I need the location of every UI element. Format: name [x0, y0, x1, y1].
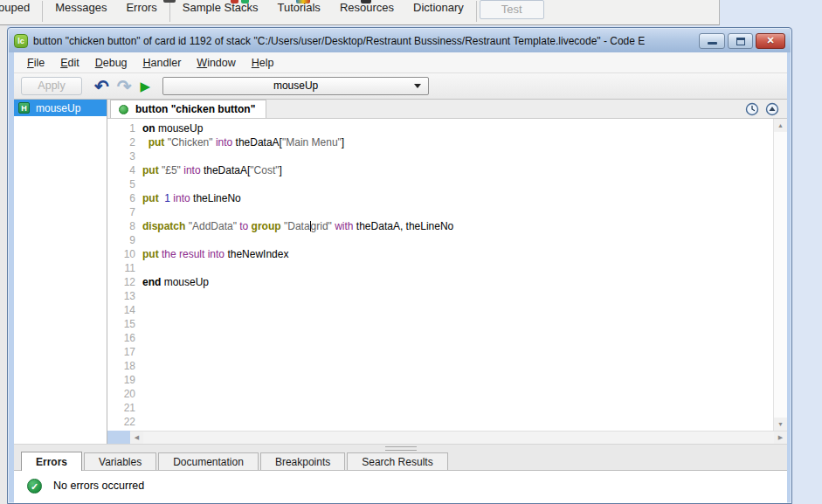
handler-icon: H [18, 102, 30, 114]
code-line[interactable]: 5 [107, 177, 773, 191]
collapse-up-icon[interactable] [765, 102, 779, 116]
tab-documentation[interactable]: Documentation [158, 452, 259, 470]
undo-icon[interactable]: ↶ [94, 78, 109, 95]
scroll-up-icon[interactable]: ▲ [774, 119, 787, 132]
menu-window[interactable]: Window [189, 55, 243, 71]
menu-handler[interactable]: Handler [135, 55, 190, 71]
redo-icon[interactable]: ↷ [117, 78, 132, 95]
tab-errors[interactable]: Errors [21, 452, 82, 471]
maximize-button[interactable] [728, 33, 753, 49]
menu-help[interactable]: Help [244, 55, 282, 71]
cutoff-icon [241, 0, 249, 3]
cutoff-icon [361, 0, 371, 3]
scroll-down-icon[interactable]: ▼ [774, 418, 787, 431]
green-status-dot-icon [119, 105, 128, 114]
toolbar-separator [42, 1, 43, 22]
window-titlebar[interactable]: lc button "chicken button" of card id 11… [9, 29, 791, 52]
run-icon[interactable]: ▶ [141, 79, 151, 94]
chevron-down-icon [414, 84, 421, 88]
menu-debug[interactable]: Debug [87, 55, 135, 71]
livecode-app-icon: lc [14, 34, 28, 48]
background-strip [0, 25, 7, 504]
menu-edit[interactable]: Edit [52, 55, 87, 71]
toolbar-separator [476, 1, 477, 22]
toolbar-item-sample-stacks[interactable]: Sample Stacks [173, 1, 268, 15]
tab-breakpoints[interactable]: Breakpoints [260, 452, 345, 470]
close-button[interactable]: ✕ [756, 33, 785, 49]
line-number: 20 [107, 387, 142, 401]
code-line[interactable]: 16 [107, 331, 773, 345]
output-tabbar: ErrorsVariablesDocumentationBreakpointsS… [14, 452, 787, 471]
apply-button[interactable]: Apply [21, 77, 82, 95]
status-message: No errors occurred [53, 480, 144, 492]
code-line[interactable]: 14 [107, 303, 773, 317]
code-line[interactable]: 8dispatch "AddData" to group "Datagrid" … [107, 219, 773, 233]
code-line[interactable]: 2 put "Chicken" into theDataA["Main Menu… [107, 135, 773, 149]
editor-column: button "chicken button" [107, 100, 787, 444]
code-line[interactable]: 22 [107, 415, 773, 429]
code-line[interactable]: 18 [107, 359, 773, 373]
code-line[interactable]: 12end mouseUp [107, 275, 773, 289]
handler-item-mouseUp[interactable]: HmouseUp [14, 100, 107, 116]
line-text: put 1 into theLineNo [142, 191, 241, 205]
toolbar-separator [169, 1, 170, 22]
script-tab[interactable]: button "chicken button" [110, 100, 266, 118]
line-number: 18 [107, 359, 142, 373]
code-line[interactable]: 3 [107, 149, 773, 163]
tab-search-results[interactable]: Search Results [347, 452, 447, 470]
line-text: put "Chicken" into theDataA["Main Menu"] [142, 135, 344, 149]
toolbar-item-dictionary[interactable]: Dictionary [404, 1, 473, 15]
line-number: 14 [107, 303, 142, 317]
code-line[interactable]: 11 [107, 261, 773, 275]
maximize-icon [736, 38, 745, 45]
line-number: 5 [107, 177, 142, 191]
line-text: put the result into theNewIndex [142, 247, 288, 261]
line-number: 7 [107, 205, 142, 219]
code-line[interactable]: 17 [107, 345, 773, 359]
pane-splitter[interactable] [14, 444, 787, 452]
toolbar-item-errors[interactable]: Errors [116, 1, 166, 15]
errors-panel: ✓ No errors occurred [14, 471, 787, 503]
code-line[interactable]: 10put the result into theNewIndex [107, 247, 773, 261]
horizontal-scrollbar[interactable]: ◀ ▶ [130, 431, 787, 444]
line-number: 3 [107, 149, 142, 163]
line-number: 21 [107, 401, 142, 415]
menu-bar: FileEditDebugHandlerWindowHelp [14, 52, 787, 73]
code-line[interactable]: 7 [107, 205, 773, 219]
success-check-icon: ✓ [27, 479, 42, 494]
close-icon: ✕ [756, 35, 784, 46]
minimize-button[interactable] [699, 33, 725, 49]
scroll-right-icon[interactable]: ▶ [774, 432, 787, 444]
scroll-left-icon[interactable]: ◀ [130, 432, 143, 444]
history-clock-icon[interactable] [745, 102, 759, 116]
line-text: put "£5" into theDataA["Cost"] [142, 163, 282, 177]
toolbar-item-test: Test [480, 0, 544, 19]
vertical-scrollbar[interactable]: ▲ ▼ [773, 119, 787, 431]
toolbar-item-ouped[interactable]: ouped [0, 1, 39, 15]
code-line[interactable]: 13 [107, 289, 773, 303]
window-title: button "chicken button" of card id 1192 … [33, 35, 645, 47]
handler-dropdown[interactable]: mouseUp [162, 77, 429, 95]
window-client-area: FileEditDebugHandlerWindowHelp Apply ↶ ↷… [14, 52, 787, 503]
code-line[interactable]: 21 [107, 401, 773, 415]
code-line[interactable]: 19 [107, 373, 773, 387]
line-text: dispatch "AddData" to group "Datagrid" w… [142, 219, 453, 233]
code-line[interactable]: 1on mouseUp [107, 121, 773, 135]
main-toolbar-items: oupedMessagesErrorsSample StacksTutorial… [0, 1, 544, 22]
script-text[interactable]: 1on mouseUp2 put "Chicken" into theDataA… [107, 119, 773, 431]
menu-file[interactable]: File [19, 55, 52, 71]
code-line[interactable]: 20 [107, 387, 773, 401]
line-number: 16 [107, 331, 142, 345]
line-number: 22 [107, 415, 142, 429]
code-line[interactable]: 15 [107, 317, 773, 331]
toolbar-item-messages[interactable]: Messages [45, 1, 116, 15]
line-number: 13 [107, 289, 142, 303]
code-line[interactable]: 9 [107, 233, 773, 247]
tab-variables[interactable]: Variables [84, 452, 156, 470]
line-number: 11 [107, 261, 142, 275]
line-text: on mouseUp [142, 121, 203, 135]
code-line[interactable]: 6put 1 into theLineNo [107, 191, 773, 205]
line-number: 19 [107, 373, 142, 387]
main-toolbar: oupedMessagesErrorsSample StacksTutorial… [0, 0, 720, 25]
code-line[interactable]: 4put "£5" into theDataA["Cost"] [107, 163, 773, 177]
